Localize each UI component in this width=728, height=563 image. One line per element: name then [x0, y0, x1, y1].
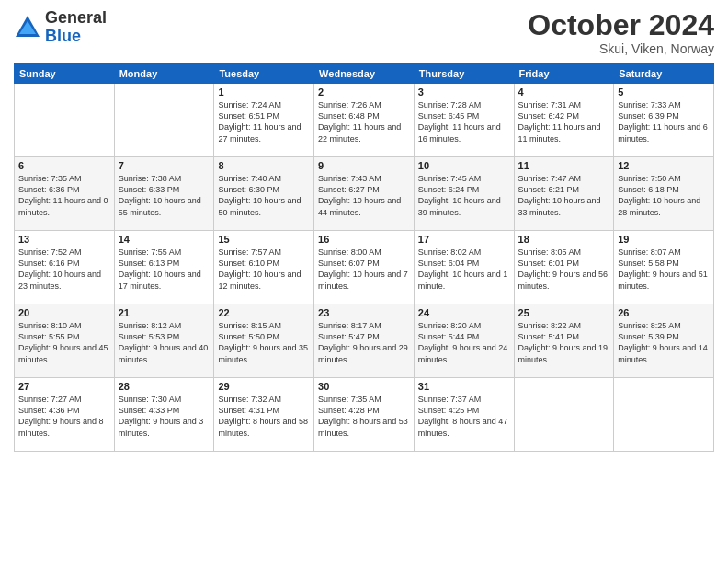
weekday-header-saturday: Saturday [614, 64, 714, 84]
day-info: Sunrise: 8:15 AM Sunset: 5:50 PM Dayligh… [218, 320, 310, 365]
day-number: 30 [318, 381, 410, 392]
day-number: 5 [618, 86, 710, 98]
calendar-cell [514, 378, 614, 452]
day-number: 10 [418, 160, 510, 171]
day-info: Sunrise: 7:26 AM Sunset: 6:48 PM Dayligh… [318, 99, 410, 144]
day-number: 28 [119, 381, 210, 392]
calendar-cell: 23Sunrise: 8:17 AM Sunset: 5:47 PM Dayli… [314, 304, 415, 378]
day-number: 22 [218, 307, 310, 318]
day-info: Sunrise: 7:37 AM Sunset: 4:25 PM Dayligh… [418, 394, 510, 439]
week-row-4: 20Sunrise: 8:10 AM Sunset: 5:55 PM Dayli… [15, 304, 714, 378]
calendar-cell [614, 378, 714, 452]
day-info: Sunrise: 8:10 AM Sunset: 5:55 PM Dayligh… [18, 320, 110, 365]
calendar-cell: 25Sunrise: 8:22 AM Sunset: 5:41 PM Dayli… [514, 304, 614, 378]
day-info: Sunrise: 8:12 AM Sunset: 5:53 PM Dayligh… [119, 320, 210, 365]
day-info: Sunrise: 7:35 AM Sunset: 4:28 PM Dayligh… [318, 394, 410, 439]
logo-general: General [45, 9, 107, 28]
title-block: October 2024 Skui, Viken, Norway [528, 9, 714, 56]
day-number: 8 [218, 160, 310, 171]
day-info: Sunrise: 7:43 AM Sunset: 6:27 PM Dayligh… [318, 173, 410, 218]
day-number: 16 [318, 234, 410, 245]
day-number: 21 [119, 307, 210, 318]
calendar-cell: 31Sunrise: 7:37 AM Sunset: 4:25 PM Dayli… [414, 378, 514, 452]
day-info: Sunrise: 7:45 AM Sunset: 6:24 PM Dayligh… [418, 173, 510, 218]
logo-blue: Blue [45, 28, 107, 46]
weekday-header-tuesday: Tuesday [214, 64, 314, 84]
day-info: Sunrise: 7:50 AM Sunset: 6:18 PM Dayligh… [618, 173, 710, 218]
day-info: Sunrise: 7:24 AM Sunset: 6:51 PM Dayligh… [218, 99, 310, 144]
weekday-header-friday: Friday [514, 64, 614, 84]
day-info: Sunrise: 7:40 AM Sunset: 6:30 PM Dayligh… [218, 173, 310, 218]
day-number: 3 [418, 86, 510, 98]
calendar-cell: 14Sunrise: 7:55 AM Sunset: 6:13 PM Dayli… [114, 231, 214, 304]
week-row-2: 6Sunrise: 7:35 AM Sunset: 6:36 PM Daylig… [15, 157, 714, 231]
page: General Blue October 2024 Skui, Viken, N… [0, 0, 728, 563]
month-title: October 2024 [528, 9, 714, 41]
day-info: Sunrise: 7:38 AM Sunset: 6:33 PM Dayligh… [119, 173, 210, 218]
day-number: 7 [119, 160, 210, 171]
logo-icon [14, 14, 41, 41]
day-info: Sunrise: 8:22 AM Sunset: 5:41 PM Dayligh… [518, 320, 610, 365]
day-number: 14 [119, 234, 210, 245]
day-info: Sunrise: 7:30 AM Sunset: 4:33 PM Dayligh… [119, 394, 210, 439]
day-info: Sunrise: 8:25 AM Sunset: 5:39 PM Dayligh… [618, 320, 710, 365]
day-info: Sunrise: 7:57 AM Sunset: 6:10 PM Dayligh… [218, 247, 310, 292]
day-info: Sunrise: 7:35 AM Sunset: 6:36 PM Dayligh… [18, 173, 110, 218]
day-number: 18 [518, 234, 610, 245]
calendar-cell [15, 84, 115, 157]
day-info: Sunrise: 8:20 AM Sunset: 5:44 PM Dayligh… [418, 320, 510, 365]
calendar-cell: 20Sunrise: 8:10 AM Sunset: 5:55 PM Dayli… [15, 304, 115, 378]
calendar-cell: 27Sunrise: 7:27 AM Sunset: 4:36 PM Dayli… [15, 378, 115, 452]
day-number: 15 [218, 234, 310, 245]
calendar-cell: 11Sunrise: 7:47 AM Sunset: 6:21 PM Dayli… [514, 157, 614, 231]
calendar-cell: 3Sunrise: 7:28 AM Sunset: 6:45 PM Daylig… [414, 84, 514, 157]
week-row-3: 13Sunrise: 7:52 AM Sunset: 6:16 PM Dayli… [15, 231, 714, 304]
weekday-header-thursday: Thursday [414, 64, 514, 84]
day-info: Sunrise: 8:02 AM Sunset: 6:04 PM Dayligh… [418, 247, 510, 292]
day-info: Sunrise: 7:31 AM Sunset: 6:42 PM Dayligh… [518, 99, 610, 144]
calendar-cell: 21Sunrise: 8:12 AM Sunset: 5:53 PM Dayli… [114, 304, 214, 378]
calendar-cell: 26Sunrise: 8:25 AM Sunset: 5:39 PM Dayli… [614, 304, 714, 378]
calendar-cell: 12Sunrise: 7:50 AM Sunset: 6:18 PM Dayli… [614, 157, 714, 231]
day-info: Sunrise: 8:07 AM Sunset: 5:58 PM Dayligh… [618, 247, 710, 292]
day-info: Sunrise: 8:05 AM Sunset: 6:01 PM Dayligh… [518, 247, 610, 292]
calendar-cell: 24Sunrise: 8:20 AM Sunset: 5:44 PM Dayli… [414, 304, 514, 378]
day-info: Sunrise: 8:00 AM Sunset: 6:07 PM Dayligh… [318, 247, 410, 292]
day-number: 6 [18, 160, 110, 171]
calendar-cell: 16Sunrise: 8:00 AM Sunset: 6:07 PM Dayli… [314, 231, 415, 304]
calendar-cell: 30Sunrise: 7:35 AM Sunset: 4:28 PM Dayli… [314, 378, 415, 452]
day-number: 4 [518, 86, 610, 98]
day-info: Sunrise: 7:55 AM Sunset: 6:13 PM Dayligh… [119, 247, 210, 292]
day-number: 13 [18, 234, 110, 245]
calendar-cell: 15Sunrise: 7:57 AM Sunset: 6:10 PM Dayli… [214, 231, 314, 304]
calendar-cell: 4Sunrise: 7:31 AM Sunset: 6:42 PM Daylig… [514, 84, 614, 157]
day-number: 17 [418, 234, 510, 245]
calendar-cell: 8Sunrise: 7:40 AM Sunset: 6:30 PM Daylig… [214, 157, 314, 231]
day-info: Sunrise: 7:27 AM Sunset: 4:36 PM Dayligh… [18, 394, 110, 439]
day-number: 2 [318, 86, 410, 98]
day-number: 20 [18, 307, 110, 318]
day-number: 1 [218, 86, 310, 98]
calendar-cell: 19Sunrise: 8:07 AM Sunset: 5:58 PM Dayli… [614, 231, 714, 304]
day-number: 19 [618, 234, 710, 245]
calendar-table: SundayMondayTuesdayWednesdayThursdayFrid… [14, 63, 714, 452]
logo-text: General Blue [45, 9, 107, 46]
calendar-cell: 17Sunrise: 8:02 AM Sunset: 6:04 PM Dayli… [414, 231, 514, 304]
calendar-cell [114, 84, 214, 157]
day-number: 29 [218, 381, 310, 392]
calendar-cell: 5Sunrise: 7:33 AM Sunset: 6:39 PM Daylig… [614, 84, 714, 157]
day-number: 11 [518, 160, 610, 171]
day-info: Sunrise: 8:17 AM Sunset: 5:47 PM Dayligh… [318, 320, 410, 365]
calendar-cell: 28Sunrise: 7:30 AM Sunset: 4:33 PM Dayli… [114, 378, 214, 452]
calendar-cell: 22Sunrise: 8:15 AM Sunset: 5:50 PM Dayli… [214, 304, 314, 378]
calendar-cell: 6Sunrise: 7:35 AM Sunset: 6:36 PM Daylig… [15, 157, 115, 231]
day-number: 24 [418, 307, 510, 318]
day-number: 27 [18, 381, 110, 392]
calendar-cell: 1Sunrise: 7:24 AM Sunset: 6:51 PM Daylig… [214, 84, 314, 157]
logo: General Blue [14, 9, 107, 46]
day-info: Sunrise: 7:47 AM Sunset: 6:21 PM Dayligh… [518, 173, 610, 218]
day-number: 12 [618, 160, 710, 171]
weekday-header-row: SundayMondayTuesdayWednesdayThursdayFrid… [15, 64, 714, 84]
calendar-cell: 7Sunrise: 7:38 AM Sunset: 6:33 PM Daylig… [114, 157, 214, 231]
calendar-cell: 9Sunrise: 7:43 AM Sunset: 6:27 PM Daylig… [314, 157, 415, 231]
